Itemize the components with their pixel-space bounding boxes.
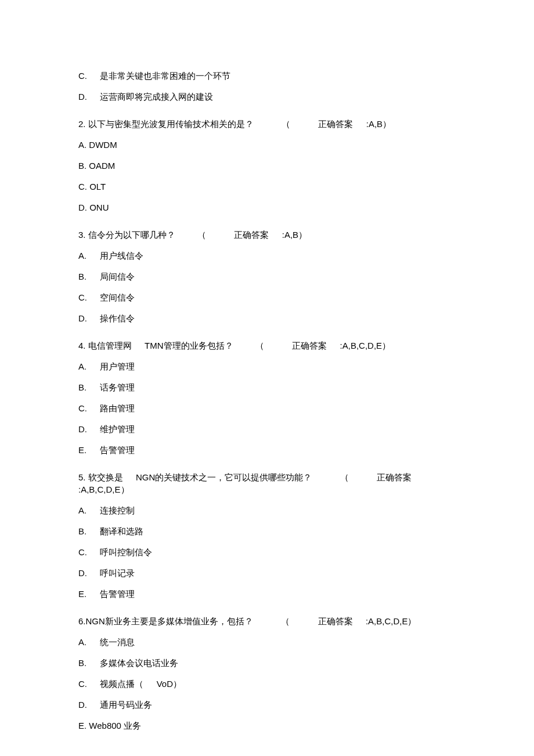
option-text-b: VoD）	[157, 679, 182, 689]
option-text: 维护管理	[100, 424, 135, 434]
option-text: 统一消息	[100, 637, 135, 647]
question-stem: 5. 软交换是 NGN的关键技术之一，它可以提供哪些功能？ （ 正确答案 :A,…	[78, 471, 459, 495]
paren-open: （	[340, 471, 349, 483]
question-text: 信令分为以下哪几种？	[88, 229, 175, 241]
option-a: A. 用户线信令	[78, 249, 459, 262]
option-d: D. 维护管理	[78, 423, 459, 435]
option-prefix: E.	[78, 444, 86, 456]
option-text: 多媒体会议电话业务	[100, 658, 178, 668]
option-prefix: B.	[78, 270, 86, 283]
question-stem: 2. 以下与密集型光波复用传输技术相关的是？ （ 正确答案 :A,B）	[78, 118, 459, 130]
option-prefix: A.	[78, 139, 86, 151]
option-prefix: D.	[78, 201, 87, 214]
answer-label: 正确答案	[318, 615, 353, 627]
option-e: E. 告警管理	[78, 444, 459, 456]
answer-label: 正确答案	[234, 229, 269, 241]
question-6: 6.NGN新业务主要是多媒体增值业务，包括？ （ 正确答案 :A,B,C,D,E…	[78, 615, 459, 732]
option-b: B. OADM	[78, 160, 459, 172]
option-d: D. 呼叫记录	[78, 567, 459, 579]
option-prefix: D.	[78, 312, 87, 324]
option-text: 路由管理	[100, 403, 135, 413]
option-prefix: D.	[78, 567, 87, 579]
question-number: 3.	[78, 229, 86, 241]
question-text: NGN新业务主要是多媒体增值业务，包括？	[86, 615, 253, 627]
question-text-b: NGN的关键技术之一，它可以提供哪些功能？	[136, 471, 312, 483]
option-text: OLT	[89, 182, 106, 191]
question-text-a: 软交换是	[88, 471, 123, 483]
option-prefix: D.	[78, 91, 87, 103]
answer-value: :A,B,C,D,E）	[78, 483, 129, 495]
option-text: 是非常关键也非常困难的一个环节	[100, 71, 230, 81]
option-text: 用户管理	[100, 361, 135, 371]
option-text-a: 视频点播（	[100, 679, 143, 689]
option-text: 告警管理	[100, 589, 135, 599]
option-prefix: A.	[78, 360, 86, 372]
option-d: D. 操作信令	[78, 312, 459, 324]
answer-value: :A,B,C,D,E）	[340, 339, 391, 352]
option-prefix: D.	[78, 699, 87, 711]
option-a: A. 用户管理	[78, 360, 459, 372]
option-c: C. 路由管理	[78, 402, 459, 414]
paren-open: （	[282, 118, 290, 130]
option-a: A. DWDM	[78, 139, 459, 151]
option-prefix: B.	[78, 381, 86, 393]
option-prefix: C.	[78, 678, 87, 690]
option-text: OADM	[89, 161, 115, 171]
answer-label: 正确答案	[318, 118, 353, 130]
question-text: 以下与密集型光波复用传输技术相关的是？	[88, 118, 254, 130]
option-prefix: C.	[78, 291, 87, 303]
option-e: E. Web800 业务	[78, 719, 459, 732]
option-text: DWDM	[89, 140, 117, 150]
option-b: B. 翻译和选路	[78, 525, 459, 537]
option-prefix: C.	[78, 402, 87, 414]
paren-open: （	[197, 229, 206, 241]
option-text: 局间信令	[100, 272, 135, 281]
option-e: E. 告警管理	[78, 588, 459, 600]
option-b: B. 话务管理	[78, 381, 459, 393]
option-prefix: C.	[78, 70, 87, 82]
paren-open: （	[281, 615, 290, 627]
option-prefix: A.	[78, 249, 86, 262]
question-stem: 4. 电信管理网 TMN管理的业务包括？ （ 正确答案 :A,B,C,D,E）	[78, 339, 459, 352]
question-number: 4.	[78, 339, 86, 352]
option-text: 通用号码业务	[100, 700, 152, 710]
orphan-options: C. 是非常关键也非常困难的一个环节 D. 运营商即将完成接入网的建设	[78, 70, 459, 103]
option-b: B. 多媒体会议电话业务	[78, 657, 459, 669]
option-prefix: D.	[78, 423, 87, 435]
option-c: C. 呼叫控制信令	[78, 546, 459, 558]
option-prefix: A.	[78, 504, 86, 516]
option-d: D. 通用号码业务	[78, 699, 459, 711]
option-text: 呼叫控制信令	[100, 547, 152, 557]
orphan-option-d: D. 运营商即将完成接入网的建设	[78, 91, 459, 103]
option-prefix: B.	[78, 657, 86, 669]
question-number: 5.	[78, 471, 86, 483]
option-text: 运营商即将完成接入网的建设	[100, 92, 213, 102]
question-number: 6.	[78, 615, 86, 627]
option-text: 呼叫记录	[100, 568, 135, 578]
option-text: 操作信令	[100, 313, 135, 323]
option-prefix: C.	[78, 180, 87, 193]
question-stem: 3. 信令分为以下哪几种？ （ 正确答案 :A,B）	[78, 229, 459, 241]
option-prefix: B.	[78, 525, 86, 537]
orphan-option-c: C. 是非常关键也非常困难的一个环节	[78, 70, 459, 82]
option-c: C. 空间信令	[78, 291, 459, 303]
answer-label: 正确答案	[377, 471, 412, 483]
option-prefix: A.	[78, 636, 86, 648]
question-5: 5. 软交换是 NGN的关键技术之一，它可以提供哪些功能？ （ 正确答案 :A,…	[78, 471, 459, 600]
option-text: Web800 业务	[89, 721, 141, 730]
question-number: 2.	[78, 118, 86, 130]
option-b: B. 局间信令	[78, 270, 459, 283]
option-c: C. 视频点播（ VoD）	[78, 678, 459, 690]
question-text-a: 电信管理网	[88, 339, 132, 352]
question-4: 4. 电信管理网 TMN管理的业务包括？ （ 正确答案 :A,B,C,D,E） …	[78, 339, 459, 456]
answer-value: :A,B）	[366, 118, 391, 130]
option-text: 翻译和选路	[100, 526, 143, 536]
paren-open: （	[255, 339, 264, 352]
option-prefix: B.	[78, 160, 86, 172]
question-2: 2. 以下与密集型光波复用传输技术相关的是？ （ 正确答案 :A,B） A. D…	[78, 118, 459, 214]
question-stem: 6.NGN新业务主要是多媒体增值业务，包括？ （ 正确答案 :A,B,C,D,E…	[78, 615, 459, 627]
option-text: 空间信令	[100, 292, 135, 302]
option-a: A. 统一消息	[78, 636, 459, 648]
option-text: 话务管理	[100, 382, 135, 392]
option-c: C. OLT	[78, 180, 459, 193]
